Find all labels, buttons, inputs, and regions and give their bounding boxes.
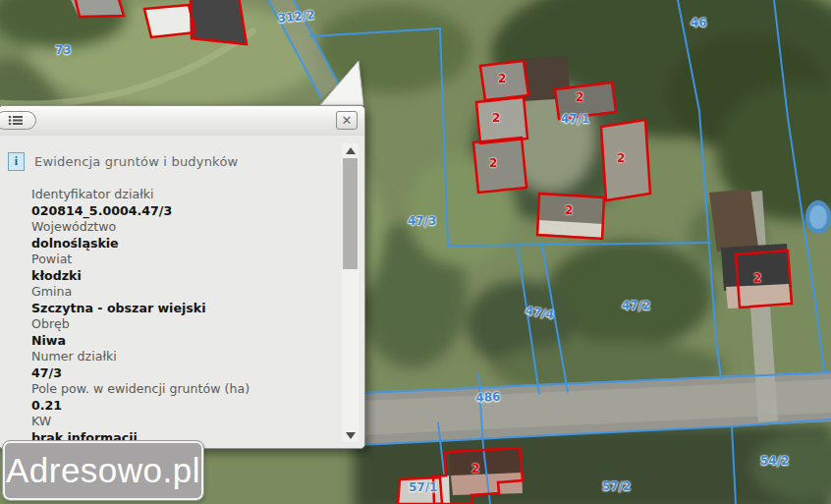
popup-body: i Ewidencja gruntów i budynków Identyfik… <box>0 136 364 448</box>
field-value: Szczytna - obszar wiejski <box>31 301 326 317</box>
adresowo-logo[interactable]: Adresowo.pl <box>3 441 203 500</box>
field-label: Gmina <box>31 284 326 301</box>
scrollbar[interactable] <box>342 143 359 442</box>
building-label: 2 <box>753 271 761 285</box>
triangle-up-icon <box>346 147 356 154</box>
scroll-up-button[interactable] <box>342 143 359 157</box>
info-icon: i <box>8 152 25 171</box>
scroll-thumb[interactable] <box>343 158 358 269</box>
popup-toolbar: ✕ <box>0 106 364 137</box>
popup-callout-arrow <box>320 61 365 106</box>
field-label: Identyfikator działki <box>31 187 326 203</box>
building-label: 2 <box>492 111 500 125</box>
field-value: Niwa <box>31 333 326 350</box>
building-label: 2 <box>617 151 625 165</box>
building-label: 2 <box>576 90 583 104</box>
close-icon: ✕ <box>342 112 353 129</box>
parcel-attributes: Identyfikator działki 020814_5.0004.47/3… <box>31 187 326 446</box>
parcel-label: 486 <box>475 390 501 405</box>
field-value: dolnośląskie <box>31 236 326 252</box>
parcel-label: 73 <box>55 43 72 57</box>
field-label: Powiat <box>31 252 326 268</box>
building-label: 2 <box>565 203 573 217</box>
building-label: 2 <box>489 156 497 170</box>
field-value: 47/3 <box>31 365 326 382</box>
parcel-label: 47/2 <box>622 299 650 312</box>
popup-header: i Ewidencja gruntów i budynków <box>8 152 238 171</box>
building-label: 2 <box>498 72 506 85</box>
info-popup: ✕ i Ewidencja gruntów i budynków Identyf… <box>0 105 365 449</box>
parcel-label: 54/2 <box>760 454 789 468</box>
parcel-label: 57/2 <box>602 479 631 493</box>
parcel-label: 47/1 <box>561 112 589 126</box>
popup-title: Ewidencja gruntów i budynków <box>34 154 238 169</box>
layers-list-button[interactable] <box>0 111 36 130</box>
parcel-label: 57/1 <box>409 480 437 494</box>
building-label: 2 <box>471 462 479 476</box>
field-label: KW <box>31 414 326 430</box>
list-icon <box>8 115 24 126</box>
field-value: kłodzki <box>31 268 326 285</box>
field-value: 0.21 <box>31 398 326 415</box>
field-value: 020814_5.0004.47/3 <box>31 203 326 220</box>
scroll-down-button[interactable] <box>342 428 359 442</box>
map-viewport[interactable]: 73 312/2 46 47/1 47/3 47/4 47/2 486 57/1… <box>0 0 831 504</box>
field-label: Obręb <box>31 316 326 333</box>
close-button[interactable]: ✕ <box>336 111 358 130</box>
parcel-label: 47/3 <box>408 214 436 228</box>
field-label: Województwo <box>31 219 326 236</box>
field-label: Numer działki <box>31 349 326 365</box>
field-label: Pole pow. w ewidencji gruntów (ha) <box>31 381 326 398</box>
triangle-down-icon <box>346 432 356 439</box>
parcel-label: 46 <box>691 16 707 29</box>
adresowo-logo-text: Adresowo.pl <box>6 451 200 490</box>
